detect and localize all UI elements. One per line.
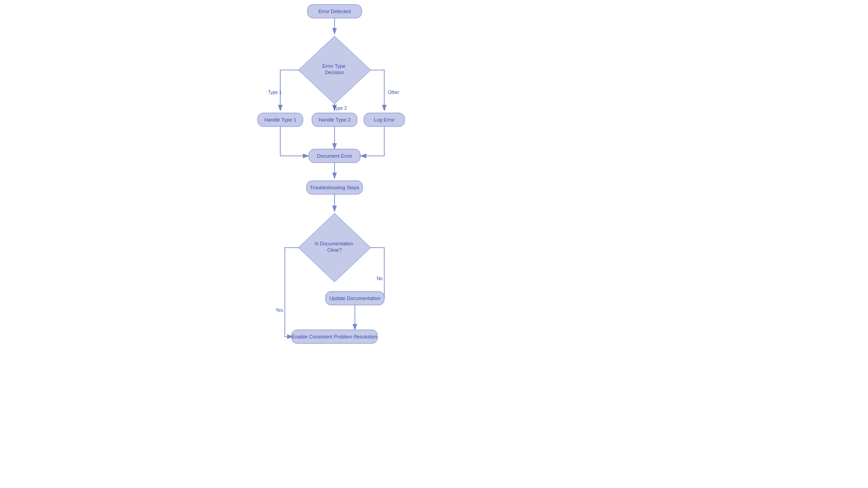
other-label: Other [388, 90, 400, 95]
handle-type2-label: Handle Type 2 [319, 117, 351, 122]
type1-label: Type 1 [268, 90, 282, 95]
handle-type1-label: Handle Type 1 [264, 117, 297, 122]
yes-label: Yes [276, 308, 283, 313]
log-error-label: Log Error [374, 117, 395, 122]
troubleshooting-steps-label: Troubleshooting Steps [310, 185, 359, 190]
type2-label: Type 2 [333, 106, 347, 111]
error-detected-label: Error Detected [318, 9, 351, 14]
document-error-label: Document Error [317, 153, 352, 159]
enable-consistent-label: Enable Consistent Problem Resolution [292, 334, 377, 339]
update-documentation-label: Update Documentation [330, 296, 381, 301]
no-label: No [377, 276, 383, 281]
